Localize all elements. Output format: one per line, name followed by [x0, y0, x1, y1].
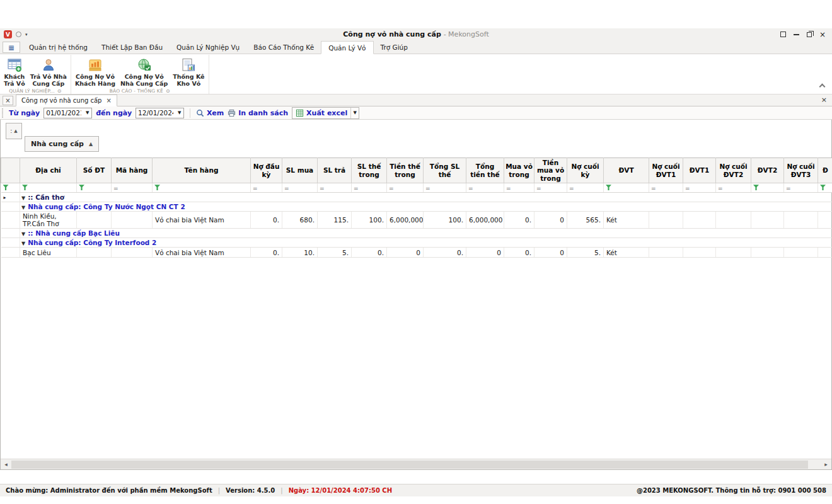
filter-cell[interactable]: = — [784, 183, 818, 193]
col-header-clipped[interactable]: Đ — [818, 158, 832, 183]
doc-tab-close-icon[interactable]: × — [106, 97, 111, 104]
col-header-dia-chi[interactable]: Địa chỉ — [20, 158, 77, 183]
group-row-bac-lieu[interactable]: ▼:: Nhà cung cấp Bạc Liêu — [1, 229, 832, 238]
cell-ma-hang[interactable] — [112, 212, 153, 229]
filter-cell[interactable] — [818, 183, 832, 193]
header-indicator[interactable] — [1, 158, 20, 183]
excel-dropdown-icon[interactable]: ▼ — [350, 108, 359, 118]
filter-cell[interactable]: = — [649, 183, 683, 193]
col-header-sl-tra[interactable]: SL trả — [318, 158, 352, 183]
cell-tien-mua-vo-trong[interactable]: 0 — [534, 248, 567, 258]
group-row-label[interactable]: ▼:: Cần thơ — [20, 193, 832, 202]
group-row-interfood-2[interactable]: ▼Nhà cung cấp: Công Ty Interfood 2 — [1, 238, 832, 248]
tab-bao-cao-thong-ke[interactable]: Báo Cáo Thống Kê — [246, 40, 321, 54]
scroll-right-icon[interactable]: ▸ — [821, 459, 831, 470]
col-header-dvt[interactable]: ĐVT — [604, 158, 649, 183]
cong-no-vo-khach-hang-button[interactable]: Công Nợ Vỏ Khách Hàng — [72, 55, 118, 88]
cell-ten-hang[interactable]: Vỏ chai bia Việt Nam — [153, 248, 251, 258]
to-date-input[interactable] — [136, 109, 175, 117]
cell-tien-mua-vo-trong[interactable]: 0 — [534, 212, 567, 229]
cell-dvt2[interactable] — [751, 212, 784, 229]
col-header-mua-vo-trong[interactable]: Mua vỏ trong — [504, 158, 534, 183]
cell-tong-tien-the[interactable]: 6,000,000 — [466, 212, 504, 229]
from-date-input[interactable] — [44, 109, 83, 117]
col-header-no-dau-ky[interactable]: Nợ đầu kỳ — [251, 158, 282, 183]
quick-access-icon[interactable] — [16, 32, 21, 37]
cell-no-cuoi-dvt2[interactable] — [716, 212, 751, 229]
filter-cell[interactable]: = — [424, 183, 466, 193]
group-row-label[interactable]: ▼Nhà cung cấp: Công Ty Interfood 2 — [20, 238, 832, 248]
col-header-so-dt[interactable]: Số ĐT — [77, 158, 112, 183]
cell-no-cuoi-dvt2[interactable] — [716, 248, 751, 258]
doc-close-button[interactable]: × — [3, 96, 13, 105]
col-header-dvt2[interactable]: ĐVT2 — [751, 158, 784, 183]
tab-quan-tri-he-thong[interactable]: Quản trị hệ thống — [22, 40, 95, 54]
group-row-label[interactable]: ▼:: Nhà cung cấp Bạc Liêu — [20, 229, 832, 238]
col-header-tong-tien-the[interactable]: Tổng tiền thế — [466, 158, 504, 183]
group-row-nuoc-ngot-cn-ct2[interactable]: ▼Nhà cung cấp: Công Ty Nước Ngọt CN CT 2 — [1, 202, 832, 212]
cell-clipped[interactable] — [818, 248, 832, 258]
print-list-button[interactable]: In danh sách — [228, 109, 288, 117]
filter-cell[interactable]: = — [567, 183, 604, 193]
group-dialog-launcher-icon[interactable]: ⊙ — [166, 88, 170, 94]
export-excel-button[interactable]: Xuất excel ▼ — [292, 107, 359, 119]
cell-mua-vo-trong[interactable]: 0. — [504, 248, 534, 258]
collapse-group-icon[interactable]: ▼ — [21, 231, 25, 237]
horizontal-scrollbar[interactable]: ◂ ▸ — [1, 459, 831, 469]
filter-cell[interactable]: = — [716, 183, 751, 193]
thong-ke-kho-vo-button[interactable]: Thống Kê Kho Vỏ — [170, 55, 207, 88]
group-chip-nha-cung-cap[interactable]: Nhà cung cấp ▲ — [25, 136, 99, 152]
close-icon[interactable]: × — [819, 32, 826, 38]
tab-thiet-lap-ban-dau[interactable]: Thiết Lập Ban Đầu — [95, 40, 170, 54]
quick-access-dropdown-icon[interactable]: ▾ — [25, 32, 28, 37]
cell-no-cuoi-dvt1[interactable] — [649, 212, 683, 229]
filter-cell[interactable] — [77, 183, 112, 193]
cell-no-dau-ky[interactable]: 0. — [251, 212, 282, 229]
col-header-no-cuoi-dvt3[interactable]: Nợ cuối ĐVT3 — [784, 158, 818, 183]
cell-tong-sl-the[interactable]: 0. — [424, 248, 466, 258]
cell-so-dt[interactable] — [77, 212, 112, 229]
collapse-group-icon[interactable]: ▼ — [21, 241, 25, 246]
col-header-no-cuoi-dvt2[interactable]: Nợ cuối ĐVT2 — [716, 158, 751, 183]
filter-cell[interactable]: = — [112, 183, 153, 193]
cell-sl-tra[interactable]: 115. — [318, 212, 352, 229]
cell-no-cuoi-ky[interactable]: 5. — [567, 248, 604, 258]
col-header-sl-the-trong[interactable]: SL thế trong — [352, 158, 387, 183]
fullscreen-icon[interactable] — [780, 32, 786, 37]
view-button[interactable]: Xem — [196, 109, 224, 117]
filter-cell[interactable]: = — [352, 183, 387, 193]
filter-cell[interactable]: = — [466, 183, 504, 193]
collapse-group-icon[interactable]: ▼ — [21, 195, 25, 201]
cell-ten-hang[interactable]: Vỏ chai bia Việt Nam — [153, 212, 251, 229]
cong-no-vo-nha-cung-cap-button[interactable]: Công Nợ Vỏ Nhà Cung Cấp — [118, 55, 170, 88]
filter-cell[interactable] — [20, 183, 77, 193]
col-header-no-cuoi-dvt1[interactable]: Nợ cuối ĐVT1 — [649, 158, 683, 183]
col-header-sl-mua[interactable]: SL mua — [282, 158, 318, 183]
col-header-no-cuoi-ky[interactable]: Nợ cuối kỳ — [567, 158, 604, 183]
tra-vo-nha-cung-cap-button[interactable]: Trả Vỏ Nhà Cung Cấp — [28, 55, 69, 88]
filter-cell[interactable]: = — [534, 183, 567, 193]
minimize-icon[interactable] — [794, 34, 799, 35]
filter-cell[interactable] — [1, 183, 20, 193]
cell-sl-tra[interactable]: 5. — [318, 248, 352, 258]
cell-dia-chi[interactable]: Bạc Liêu — [20, 248, 77, 258]
cell-dia-chi[interactable]: Ninh Kiều, TP.Cần Thơ — [20, 212, 77, 229]
data-row[interactable]: Ninh Kiều, TP.Cần Thơ Vỏ chai bia Việt N… — [1, 212, 832, 229]
cell-dvt[interactable]: Két — [604, 248, 649, 258]
khach-tra-vo-button[interactable]: Khách Trả Vỏ — [1, 55, 28, 88]
tab-tro-giup[interactable]: Trợ Giúp — [374, 40, 415, 54]
cell-tien-the-trong[interactable]: 0 — [387, 248, 424, 258]
doc-area-close-icon[interactable]: × — [821, 96, 827, 104]
group-by-panel[interactable]: :▲ Nhà cung cấp ▲ — [1, 120, 831, 158]
filter-cell[interactable]: = — [318, 183, 352, 193]
toolbar-grip[interactable] — [2, 108, 3, 118]
cell-no-cuoi-ky[interactable]: 565. — [567, 212, 604, 229]
col-header-dvt1[interactable]: ĐVT1 — [683, 158, 716, 183]
cell-no-cuoi-dvt1[interactable] — [649, 248, 683, 258]
col-header-tien-mua-vo-trong[interactable]: Tiền mua vỏ trong — [534, 158, 567, 183]
tab-quan-ly-nghiep-vu[interactable]: Quản Lý Nghiệp Vụ — [170, 40, 246, 54]
cell-no-dau-ky[interactable]: 0. — [251, 248, 282, 258]
filter-cell[interactable]: = — [504, 183, 534, 193]
cell-mua-vo-trong[interactable]: 0. — [504, 212, 534, 229]
from-date-combo[interactable]: ▼ — [43, 108, 92, 118]
